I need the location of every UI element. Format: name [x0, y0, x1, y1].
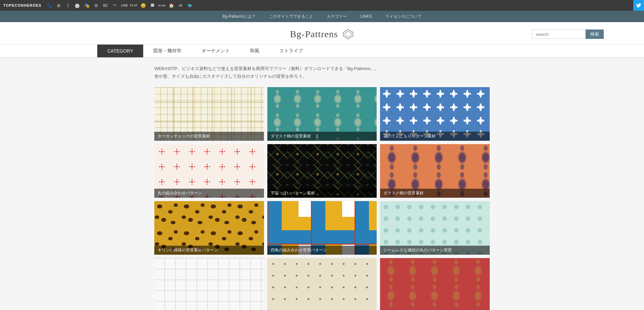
svg-marker-1	[345, 31, 351, 37]
navbar: Bg-Patternsとは？ このサイトでできること カテゴリー LINKS ラ…	[0, 11, 644, 22]
icon-screen[interactable]: 🖥	[55, 2, 62, 9]
pattern-background	[267, 258, 377, 310]
grid-item[interactable]: キリンの模様の背景素材パターン	[154, 201, 264, 255]
nav-links[interactable]: LINKS	[360, 14, 372, 19]
tab-stripe[interactable]: ストライプ	[269, 45, 313, 57]
icon-house[interactable]: 🏠	[168, 2, 175, 9]
tab-geometric[interactable]: 図形・幾何学	[143, 45, 192, 57]
grid-item[interactable]: 丸の組み合わせパターン	[154, 144, 264, 198]
icon-mail[interactable]: ✉	[177, 2, 184, 9]
pattern-caption: シームレスな連続の丸のパターン背景	[380, 246, 490, 255]
tab-category[interactable]: CATEGORY	[97, 45, 143, 57]
nav-features[interactable]: このサイトでできること	[269, 14, 313, 19]
icon-wave[interactable]: 〜	[111, 2, 119, 9]
icon-ec[interactable]: EC	[102, 2, 109, 9]
pattern-background	[154, 258, 264, 310]
description: WEBやDTP、ビジネス資料などで使える背景素材を商用可でフリー（無料）ダウンロ…	[154, 65, 490, 80]
logo-text: Bg-Pattrens	[290, 29, 338, 40]
tab-ornament[interactable]: オーナメント	[192, 45, 240, 57]
header: Bg-Pattrens 検索	[0, 22, 644, 45]
pattern-caption: キリンの模様の背景素材パターン	[154, 246, 264, 255]
pattern-caption: タータンチェックの背景素材	[154, 132, 264, 141]
pattern-caption: 四角の組み合わせ背景パターン	[267, 246, 377, 255]
main-content: WEBやDTP、ビジネス資料などで使える背景素材を商用可でフリー（無料）ダウンロ…	[154, 58, 490, 310]
icon-bird[interactable]: 🐦	[186, 2, 194, 9]
grid-item[interactable]: ダマスク柄の背景素材 ２	[267, 87, 377, 141]
grid-item[interactable]	[154, 258, 264, 310]
grid-item[interactable]: シームレスな連続の丸のパターン背景	[380, 201, 490, 255]
nav-category[interactable]: カテゴリー	[327, 14, 347, 19]
pattern-caption: 丸の組み合わせパターン	[154, 189, 264, 198]
icon-circle[interactable]: ⬤	[74, 2, 81, 9]
icon-line[interactable]: LINE	[121, 2, 128, 9]
grid-item[interactable]: 四角の組み合わせ背景パターン	[267, 201, 377, 255]
grid-item[interactable]	[380, 258, 490, 310]
icon-flat[interactable]: FLAT	[130, 2, 138, 9]
tab-japanese[interactable]: 和風	[240, 45, 269, 57]
description-line1: WEBやDTP、ビジネス資料などで使える背景素材を商用可でフリー（無料）ダウンロ…	[154, 65, 490, 72]
twitter-icon[interactable]	[633, 0, 644, 11]
grid-item[interactable]	[267, 258, 377, 310]
svg-marker-0	[343, 29, 353, 39]
icon-icion[interactable]: ic on	[158, 2, 166, 9]
search-button[interactable]: 検索	[586, 29, 604, 39]
icon-parking[interactable]: 🅿	[149, 2, 156, 9]
icon-paw[interactable]: 🐾	[46, 2, 53, 9]
pattern-caption: 花のてんこもりパターン素材	[380, 132, 490, 141]
search-area: 検索	[532, 29, 604, 39]
logo-area: Bg-Pattrens	[290, 28, 354, 40]
search-input[interactable]	[532, 29, 586, 39]
grid-item[interactable]: 花のてんこもりパターン素材	[380, 87, 490, 141]
description-line2: 色や形、サイズも自由にカスタマイズして自分のオリジナルの背景を作ろう。	[154, 72, 490, 80]
pattern-caption: 宇宙っぽいパターン素材	[267, 189, 377, 198]
pattern-caption: ダマスク柄の背景素材	[380, 189, 490, 198]
category-bar: CATEGORY 図形・幾何学 オーナメント 和風 ストライプ	[0, 45, 644, 58]
grid-item[interactable]: タータンチェックの背景素材	[154, 87, 264, 141]
pattern-caption: ダマスク柄の背景素材 ２	[267, 132, 377, 141]
grid-item[interactable]: 宇宙っぽいパターン素材	[267, 144, 377, 198]
icon-gear[interactable]: ⚙	[93, 2, 100, 9]
pattern-background	[380, 258, 490, 310]
icon-mask[interactable]: 🎭	[83, 2, 91, 9]
nav-about[interactable]: Bg-Patternsとは？	[222, 14, 256, 19]
nav-license[interactable]: ライセンスについて	[385, 14, 422, 19]
grid-item[interactable]: ダマスク柄の背景素材	[380, 144, 490, 198]
brand-label: TOPECONHEROES	[3, 3, 42, 7]
topbar: TOPECONHEROES 🐾 🖥 🚶 ⬤ 🎭 ⚙ EC 〜 LINE FLAT…	[0, 0, 644, 11]
icon-person[interactable]: 🚶	[64, 2, 72, 9]
icon-smile[interactable]: 😊	[140, 2, 147, 9]
pattern-grid: タータンチェックの背景素材ダマスク柄の背景素材 ２花のてんこもりパターン素材丸の…	[154, 87, 490, 310]
logo-icon	[342, 28, 354, 40]
